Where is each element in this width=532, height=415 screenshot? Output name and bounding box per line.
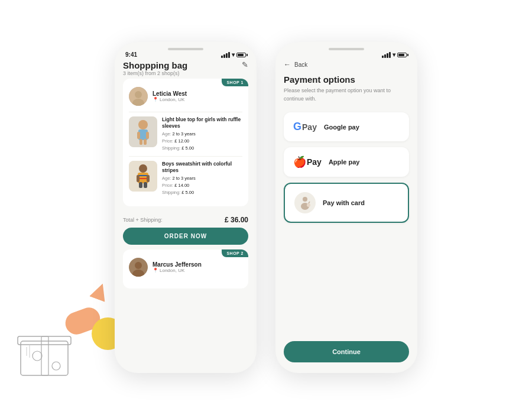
edit-icon[interactable]: ✎ (242, 60, 248, 69)
signal-icon (221, 52, 230, 58)
product2-image (129, 161, 157, 192)
svg-rect-22 (137, 175, 140, 182)
product2-info: Boys sweatshirt with colorful stripes Ag… (162, 161, 242, 196)
status-bar-1: 9:41 ▾ (115, 51, 257, 60)
svg-rect-25 (144, 182, 147, 188)
product2-details: Age: 2 to 3 years Price: £ 14.00 Shippin… (162, 175, 242, 196)
product1-image (129, 116, 157, 147)
svg-rect-13 (137, 132, 140, 139)
svg-point-29 (303, 197, 307, 202)
signal2-icon (382, 52, 391, 58)
apay-logo: 🍎 Pay (293, 155, 322, 168)
seller2-name: Marcus Jefferson (153, 261, 202, 268)
total-row: Total + Shipping: £ 36.00 (123, 211, 248, 228)
svg-line-32 (309, 202, 310, 203)
phone-payment: ▾ ← Back Payment options Please select t… (275, 42, 417, 373)
status-bar-2: ▾ (275, 51, 417, 60)
phone1-notch (115, 42, 257, 51)
svg-rect-24 (139, 182, 142, 188)
seller2-location: 📍 London, UK (153, 268, 202, 273)
phone2-notch (275, 42, 417, 51)
notch-bar-2 (329, 48, 364, 50)
svg-rect-16 (144, 139, 147, 145)
card-icon (294, 192, 316, 213)
product1-info: Light blue top for girls with ruffle sle… (162, 116, 242, 152)
payment-subtitle: Please select the payment option you wan… (284, 87, 409, 103)
seller1-row: Leticia West 📍 London, UK (129, 87, 242, 106)
svg-rect-14 (146, 132, 149, 139)
svg-point-31 (307, 203, 310, 207)
seller2-row: Marcus Jefferson 📍 London, UK (129, 258, 242, 277)
svg-rect-0 (21, 341, 68, 375)
phone1-content: Shoppping bag 3 item(s) from 2 shop(s) ✎… (115, 60, 257, 373)
svg-rect-1 (18, 336, 71, 345)
total-label: Total + Shipping: (123, 217, 163, 223)
deco-triangle (89, 281, 111, 302)
svg-point-27 (135, 262, 142, 269)
location-pin2-icon: 📍 (153, 268, 158, 273)
svg-point-8 (135, 91, 142, 98)
back-arrow-icon: ← (284, 60, 291, 69)
status-time: 9:41 (125, 51, 137, 58)
seller1-avatar (129, 87, 148, 106)
location-pin-icon: 📍 (153, 97, 158, 102)
scene-container: 9:41 ▾ Shoppping bag 3 item(s) from 2 sh (115, 42, 417, 373)
svg-point-18 (139, 164, 147, 173)
gpay-logo: G Pay (293, 121, 317, 133)
bag-header: Shoppping bag 3 item(s) from 2 shop(s) ✎ (123, 60, 248, 76)
shop2-badge: SHOP 2 (222, 249, 248, 257)
pay-with-card-option[interactable]: Pay with card (284, 183, 409, 223)
bag-subtitle: 3 item(s) from 2 shop(s) (123, 70, 187, 76)
product-item-1: Light blue top for girls with ruffle sle… (129, 112, 242, 156)
product1-name: Light blue top for girls with ruffle sle… (162, 116, 242, 129)
apple-icon: 🍎 (293, 155, 306, 168)
seller1-location: 📍 London, UK (153, 97, 187, 102)
svg-rect-2 (41, 336, 48, 375)
deco-box (15, 323, 80, 380)
svg-point-11 (138, 120, 148, 129)
seller1-name: Leticia West (153, 90, 187, 97)
wifi-icon: ▾ (232, 51, 235, 58)
gpay-label: Google pay (324, 124, 359, 131)
shop1-badge: SHOP 1 (222, 79, 248, 86)
total-amount: £ 36.00 (225, 216, 248, 224)
shop2-section: SHOP 2 Marcus Jefferson 📍 London, (123, 249, 248, 288)
phone2-content: ← Back Payment options Please select the… (275, 60, 417, 335)
battery2-icon (397, 53, 407, 57)
notch-bar (168, 48, 203, 50)
status-icons-2: ▾ (382, 51, 407, 58)
product-item-2: Boys sweatshirt with colorful stripes Ag… (129, 156, 242, 200)
gpay-g-icon: G (293, 121, 301, 133)
apay-pay-text: Pay (307, 157, 322, 167)
battery-icon (236, 53, 246, 57)
google-pay-option[interactable]: G Pay Google pay (284, 112, 409, 141)
continue-button[interactable]: Continue (284, 341, 409, 362)
svg-rect-15 (140, 139, 142, 145)
wifi2-icon: ▾ (392, 51, 395, 58)
product1-details: Age: 2 to 3 years Price: £ 12.00 Shippin… (162, 131, 242, 152)
seller1-info: Leticia West 📍 London, UK (153, 90, 187, 102)
phone-shopping-bag: 9:41 ▾ Shoppping bag 3 item(s) from 2 sh (115, 42, 257, 373)
svg-rect-23 (147, 175, 150, 182)
payment-title: Payment options (284, 74, 409, 85)
payment-footer: Continue (275, 335, 417, 373)
apple-pay-option[interactable]: 🍎 Pay Apple pay (284, 147, 409, 177)
card-label: Pay with card (323, 199, 365, 206)
order-now-button[interactable]: ORDER NOW (123, 228, 248, 245)
seller2-avatar (129, 258, 148, 277)
payment-back-header[interactable]: ← Back (284, 60, 409, 69)
svg-point-4 (52, 362, 60, 370)
apay-label: Apple pay (329, 158, 360, 166)
bag-title: Shoppping bag (123, 60, 187, 70)
gpay-pay-text: Pay (302, 122, 317, 132)
back-label: Back (294, 61, 307, 68)
svg-point-3 (33, 351, 42, 361)
shop1-section: SHOP 1 Leticia West 📍 London, UK (123, 79, 248, 206)
seller2-info: Marcus Jefferson 📍 London, UK (153, 261, 202, 273)
product2-name: Boys sweatshirt with colorful stripes (162, 161, 242, 174)
status-icons: ▾ (221, 51, 246, 58)
